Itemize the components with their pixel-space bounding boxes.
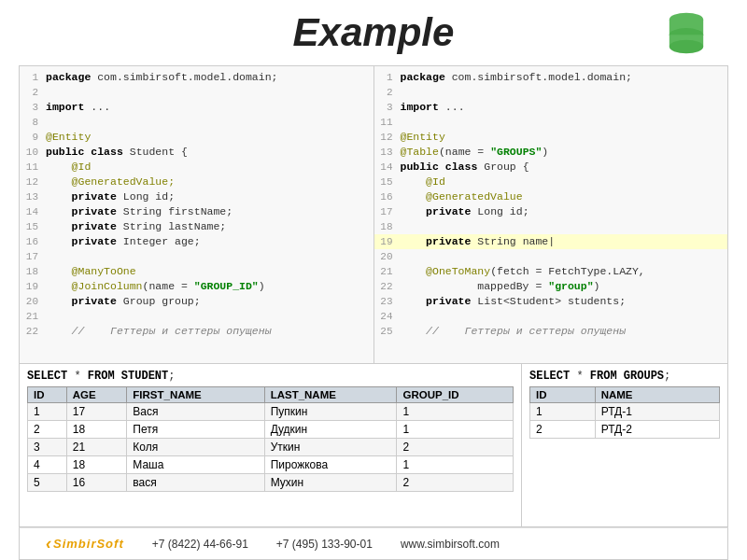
code-line: 11 <box>374 115 728 130</box>
code-line: 9 @Entity <box>20 130 374 145</box>
table-row: 516васяМухин2 <box>28 474 514 492</box>
table-cell: вася <box>127 474 264 492</box>
code-line: 12 @GeneratedValue; <box>20 175 374 189</box>
svg-point-4 <box>669 40 703 54</box>
code-line: 25 // Геттеры и сеттеры опущены <box>374 324 728 339</box>
table-cell: 2 <box>530 421 596 439</box>
student-table-body: 117ВасяПупкин1218ПетяДудкин1321КоляУткин… <box>28 403 514 492</box>
table-cell: Маша <box>127 456 264 474</box>
table-row: 418МашаПирожкова1 <box>28 456 514 474</box>
table-cell: РТД-2 <box>595 421 719 439</box>
code-line: 13 private Long id; <box>20 189 374 204</box>
right-code-panel: 1 package com.simbirsoft.model.domain; 2… <box>374 66 728 363</box>
code-line: 23 private List<Student> students; <box>374 294 728 309</box>
table-cell: Коля <box>127 439 264 456</box>
header: Example <box>0 0 747 65</box>
col-age: AGE <box>66 387 127 403</box>
table-cell: 18 <box>66 456 127 474</box>
table-cell: 17 <box>66 403 127 421</box>
code-line: 11 @Id <box>20 160 374 175</box>
table-cell: РТД-1 <box>595 403 719 421</box>
table-cell: 5 <box>28 474 67 492</box>
code-line: 15 @Id <box>374 175 728 189</box>
code-line-cursor: 19 private String name| <box>374 234 728 249</box>
table-row: 321КоляУткин2 <box>28 439 514 456</box>
student-table: ID AGE FIRST_NAME LAST_NAME GROUP_ID 117… <box>27 386 514 492</box>
code-line: 22 mappedBy = "group") <box>374 279 728 294</box>
code-line: 13 @Table(name = "GROUPS") <box>374 145 728 160</box>
code-line: 3 import ... <box>374 100 728 115</box>
table-cell: Дудкин <box>264 421 397 439</box>
code-line: 18 <box>374 219 728 234</box>
table-cell: 1 <box>397 403 514 421</box>
code-line: 16 private Integer age; <box>20 234 374 249</box>
right-table-section: SELECT * FROM GROUPS; ID NAME 1РТД-12РТД… <box>522 364 727 526</box>
table-cell: 16 <box>66 474 127 492</box>
logo-text: SimbirSoft <box>53 537 124 551</box>
table-row: 218ПетяДудкин1 <box>28 421 514 439</box>
simbirsoft-logo: ‹ SimbirSoft <box>46 534 124 553</box>
logo-icon: ‹ <box>46 534 51 553</box>
code-line: 21 @OneToMany(fetch = FetchType.LAZY, <box>374 264 728 279</box>
code-line: 12 @Entity <box>374 130 728 145</box>
right-sql-query: SELECT * FROM GROUPS; <box>529 370 720 383</box>
table-cell: 2 <box>397 439 514 456</box>
table-row: 117ВасяПупкин1 <box>28 403 514 421</box>
code-line: 18 @ManyToOne <box>20 264 374 279</box>
table-cell: 1 <box>530 403 596 421</box>
table-cell: Пирожкова <box>264 456 397 474</box>
table-cell: 18 <box>66 421 127 439</box>
code-line: 17 private Long id; <box>374 204 728 219</box>
code-line: 22 // Геттеры и сеттеры опущены <box>20 324 374 339</box>
code-line: 20 private Group group; <box>20 294 374 309</box>
code-line: 1 package com.simbirsoft.model.domain; <box>374 70 728 85</box>
col-last-name: LAST_NAME <box>264 387 397 403</box>
code-line: 10 public class Student { <box>20 145 374 160</box>
table-cell: 1 <box>397 456 514 474</box>
code-line: 15 private String lastName; <box>20 219 374 234</box>
code-area: 1 package com.simbirsoft.model.domain; 2… <box>19 65 728 364</box>
database-icon <box>663 9 710 60</box>
page-title: Example <box>293 10 455 55</box>
left-code-panel: 1 package com.simbirsoft.model.domain; 2… <box>20 66 374 363</box>
code-line: 20 <box>374 249 728 264</box>
groups-table-body: 1РТД-12РТД-2 <box>530 403 720 439</box>
table-cell: Вася <box>127 403 264 421</box>
code-line: 8 <box>20 115 374 130</box>
col-id: ID <box>530 387 596 403</box>
col-name: NAME <box>595 387 719 403</box>
code-line: 1 package com.simbirsoft.model.domain; <box>20 70 374 85</box>
col-first-name: FIRST_NAME <box>127 387 264 403</box>
code-line: 17 <box>20 249 374 264</box>
code-line: 19 @JoinColumn(name = "GROUP_ID") <box>20 279 374 294</box>
col-group-id: GROUP_ID <box>397 387 514 403</box>
table-cell: 21 <box>66 439 127 456</box>
code-line: 24 <box>374 309 728 324</box>
code-line: 14 public class Group { <box>374 160 728 175</box>
groups-table: ID NAME 1РТД-12РТД-2 <box>529 386 720 439</box>
code-line: 3 import ... <box>20 100 374 115</box>
table-cell: Пупкин <box>264 403 397 421</box>
table-cell: Мухин <box>264 474 397 492</box>
footer-phone2: +7 (495) 133-90-01 <box>276 538 373 551</box>
table-cell: 1 <box>28 403 67 421</box>
table-cell: 3 <box>28 439 67 456</box>
code-line: 14 private String firstName; <box>20 204 374 219</box>
code-line: 16 @GeneratedValue <box>374 189 728 204</box>
table-cell: 2 <box>397 474 514 492</box>
footer: ‹ SimbirSoft +7 (8422) 44-66-91 +7 (495)… <box>19 527 728 560</box>
left-table-section: SELECT * FROM STUDENT; ID AGE FIRST_NAME… <box>20 364 522 526</box>
table-cell: 1 <box>397 421 514 439</box>
code-line: 2 <box>20 85 374 100</box>
code-line: 2 <box>374 85 728 100</box>
code-line: 21 <box>20 309 374 324</box>
col-id: ID <box>28 387 67 403</box>
table-row: 2РТД-2 <box>530 421 720 439</box>
table-cell: 4 <box>28 456 67 474</box>
table-header-row: ID NAME <box>530 387 720 403</box>
left-sql-query: SELECT * FROM STUDENT; <box>27 370 514 383</box>
table-row: 1РТД-1 <box>530 403 720 421</box>
table-cell: Петя <box>127 421 264 439</box>
table-header-row: ID AGE FIRST_NAME LAST_NAME GROUP_ID <box>28 387 514 403</box>
footer-website: www.simbirsoft.com <box>401 538 500 551</box>
